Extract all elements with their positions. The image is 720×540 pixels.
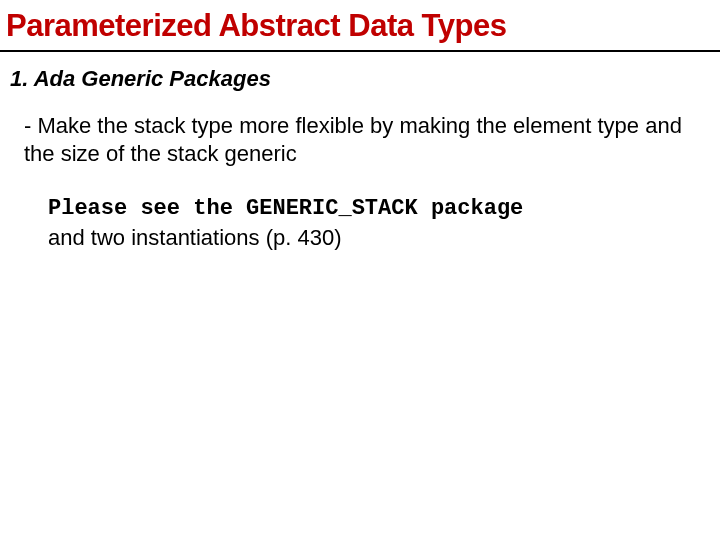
- note-mono-suffix: package: [418, 196, 524, 221]
- bullet-item: - Make the stack type more flexible by m…: [0, 112, 720, 167]
- note-plain-line: and two instantiations (p. 430): [48, 225, 342, 250]
- note-mono-prefix: Please see the: [48, 196, 246, 221]
- note-code-identifier: GENERIC_STACK: [246, 196, 418, 221]
- note-block: Please see the GENERIC_STACK package and…: [0, 167, 720, 252]
- slide-title: Parameterized Abstract Data Types: [0, 0, 720, 52]
- section-heading: 1. Ada Generic Packages: [0, 52, 720, 112]
